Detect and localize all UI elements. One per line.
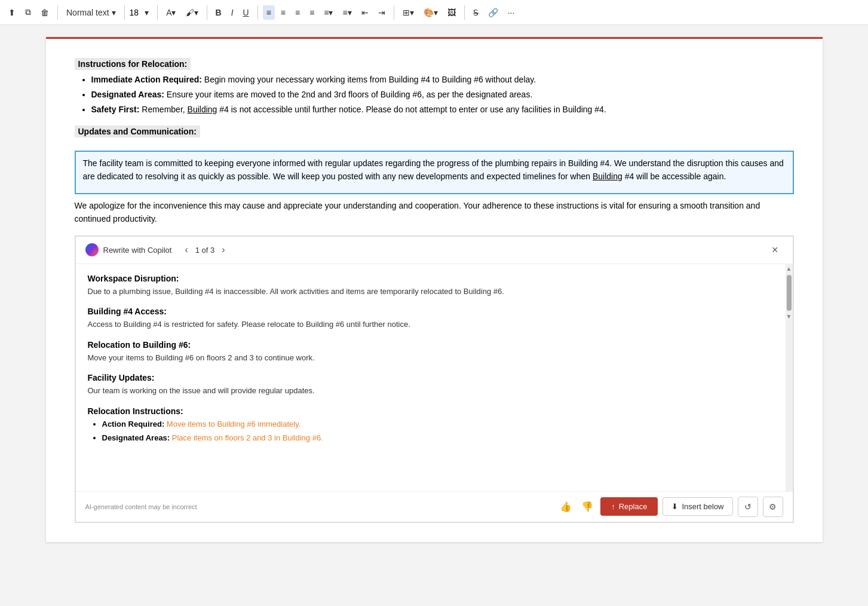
thumbup-btn[interactable]: 👍: [557, 498, 574, 515]
copilot-prev-btn[interactable]: ‹: [181, 243, 191, 256]
copilot-list: Action Required: Move items to Building …: [88, 418, 774, 444]
copilot-section4: Facility Updates: Our team is working on…: [88, 373, 774, 397]
indent-btn[interactable]: ⇥: [375, 5, 389, 20]
copilot-section4-text: Our team is working on the issue and wil…: [88, 385, 774, 397]
copilot-header: Rewrite with Copilot ‹ 1 of 3 › ×: [76, 237, 793, 264]
thumbdown-btn[interactable]: 👎: [579, 498, 596, 515]
list-item: Designated Areas: Ensure your items are …: [91, 88, 794, 101]
building-link[interactable]: Building: [188, 105, 217, 114]
copilot-section5: Relocation Instructions: Action Required…: [88, 406, 774, 444]
scroll-down-btn[interactable]: ▼: [786, 312, 793, 322]
copilot-page-info: 1 of 3: [195, 246, 215, 255]
bullets-btn[interactable]: ≡▾: [320, 5, 336, 20]
copilot-bullet2-text: Place items on floors 2 and 3 in Buildin…: [172, 433, 323, 442]
copilot-body: Workspace Disruption: Due to a plumbing …: [76, 264, 793, 491]
underline-btn[interactable]: U: [240, 5, 253, 20]
align-right-btn[interactable]: ≡: [292, 5, 303, 20]
bullet3-label: Safety First:: [91, 105, 140, 114]
copilot-next-btn[interactable]: ›: [218, 243, 228, 256]
instructions-heading: Instructions for Relocation:: [75, 58, 191, 70]
copilot-section1-text: Due to a plumbing issue, Building #4 is …: [88, 286, 774, 298]
delete-btn[interactable]: 🗑: [37, 5, 53, 20]
copilot-bullet1-label: Action Required:: [102, 420, 165, 429]
align-left-btn[interactable]: ≡: [263, 5, 275, 20]
scroll-up-btn[interactable]: ▲: [786, 264, 793, 274]
divider3: [157, 5, 158, 20]
copilot-title: Rewrite with Copilot: [103, 246, 172, 255]
outdent-btn[interactable]: ⇤: [358, 5, 372, 20]
replace-button[interactable]: ↑ Replace: [600, 497, 658, 516]
italic-btn[interactable]: I: [228, 5, 237, 20]
link-btn[interactable]: 🔗: [484, 5, 502, 20]
building-link2[interactable]: Building: [593, 172, 622, 181]
para1-text: The facility team is committed to keepin…: [83, 157, 786, 183]
refresh-icon: ↺: [744, 502, 752, 512]
strikethrough-btn[interactable]: S̶: [470, 5, 482, 20]
divider1: [57, 5, 58, 20]
toolbar: ⬆ ⧉ 🗑 Normal text ▾ 18 ▾ A▾ 🖌▾ B I U ≡ ≡…: [0, 0, 868, 25]
copilot-section3: Relocation to Building #6: Move your ite…: [88, 340, 774, 364]
svg-point-0: [88, 246, 96, 253]
copilot-section2-text: Access to Building #4 is restricted for …: [88, 319, 774, 330]
updates-section: Updates and Communication:: [75, 126, 794, 141]
copilot-panel: Rewrite with Copilot ‹ 1 of 3 › × Worksp…: [75, 235, 794, 523]
bullet2-text: Ensure your items are moved to the 2nd a…: [164, 90, 532, 99]
font-size-chevron-btn[interactable]: ▾: [141, 5, 152, 20]
apology-section: We apologize for the inconvenience this …: [75, 199, 794, 226]
style-dropdown[interactable]: Normal text ▾: [63, 6, 119, 19]
table-btn[interactable]: ⊞▾: [399, 5, 418, 20]
copilot-close-btn[interactable]: ×: [767, 241, 783, 259]
highlight-color-btn[interactable]: 🖌▾: [182, 5, 202, 20]
divider6: [394, 5, 394, 20]
divider7: [464, 5, 465, 20]
copilot-section1-title: Workspace Disruption:: [88, 274, 774, 283]
font-size-value: 18: [130, 8, 139, 17]
copilot-section2: Building #4 Access: Access to Building #…: [88, 307, 774, 330]
list-item: Designated Areas: Place items on floors …: [102, 432, 774, 444]
copilot-nav: ‹ 1 of 3 ›: [181, 243, 228, 256]
refresh-button[interactable]: ↺: [738, 497, 758, 517]
bullet3-text: Remember, Building #4 is not accessible …: [139, 105, 606, 114]
copilot-logo-icon: [85, 243, 99, 256]
copilot-section3-title: Relocation to Building #6:: [88, 340, 774, 350]
align-center-btn[interactable]: ≡: [277, 5, 289, 20]
replace-label: Replace: [619, 502, 648, 511]
bullet1-text: Begin moving your necessary working item…: [202, 75, 536, 84]
bold-btn[interactable]: B: [212, 5, 225, 20]
para2-text: We apologize for the inconvenience this …: [75, 199, 794, 226]
copilot-section2-title: Building #4 Access:: [88, 307, 774, 316]
style-label: Normal text: [66, 8, 109, 17]
divider2: [124, 5, 125, 20]
numbering-btn[interactable]: ≡▾: [339, 5, 355, 20]
more-btn[interactable]: ···: [504, 5, 519, 20]
style-chevron: ▾: [112, 8, 116, 17]
copilot-section3-text: Move your items to Building #6 on floors…: [88, 352, 774, 364]
instructions-list: Immediate Action Required: Begin moving …: [75, 74, 794, 116]
document-page: Instructions for Relocation: Immediate A…: [46, 37, 823, 542]
list-item: Safety First: Remember, Building #4 is n…: [91, 103, 794, 116]
move-up-btn[interactable]: ⬆: [5, 5, 19, 20]
copilot-footer: AI-generated content may be incorrect 👍 …: [76, 491, 793, 522]
copy-btn[interactable]: ⧉: [22, 5, 35, 20]
updates-heading: Updates and Communication:: [75, 126, 200, 137]
insert-below-button[interactable]: ⬇ Insert below: [662, 497, 732, 516]
divider5: [257, 5, 258, 20]
copilot-section5-title: Relocation Instructions:: [88, 406, 774, 416]
image-btn[interactable]: 🖼: [444, 5, 459, 20]
ai-disclaimer: AI-generated content may be incorrect: [85, 503, 197, 510]
copilot-scrollbar: ▲ ▼: [786, 264, 793, 491]
bullet2-label: Designated Areas:: [91, 90, 164, 99]
instructions-section: Instructions for Relocation: Immediate A…: [75, 58, 794, 116]
scroll-thumb[interactable]: [787, 275, 792, 311]
settings-icon: ⚙: [769, 502, 777, 512]
copilot-bullet2-label: Designated Areas:: [102, 433, 170, 442]
text-color-btn[interactable]: A▾: [162, 5, 179, 20]
list-item: Action Required: Move items to Building …: [102, 418, 774, 430]
bullet1-label: Immediate Action Required:: [91, 75, 202, 84]
copilot-section1: Workspace Disruption: Due to a plumbing …: [88, 274, 774, 298]
align-justify-btn[interactable]: ≡: [306, 5, 318, 20]
settings-button[interactable]: ⚙: [763, 497, 783, 517]
replace-arrow-icon: ↑: [611, 502, 615, 511]
copilot-content: Workspace Disruption: Due to a plumbing …: [76, 264, 786, 491]
color-palette-btn[interactable]: 🎨▾: [420, 5, 441, 20]
